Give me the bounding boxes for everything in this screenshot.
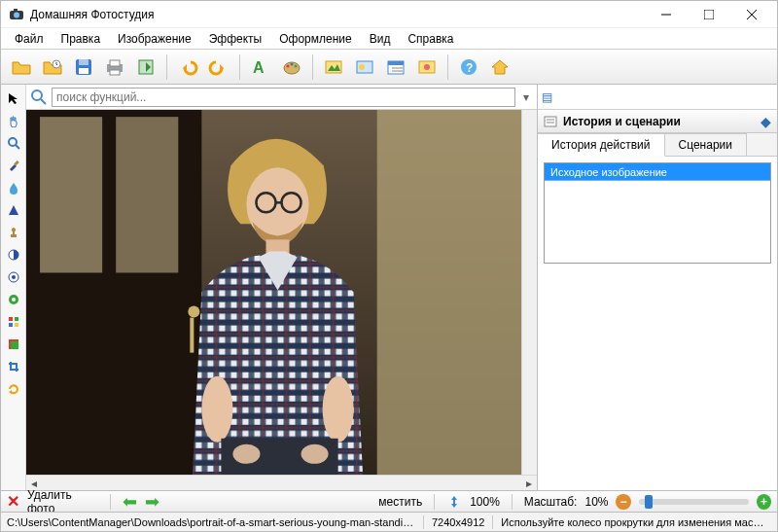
svg-rect-52 — [11, 341, 18, 349]
svg-marker-40 — [9, 205, 18, 215]
svg-rect-28 — [388, 61, 404, 65]
zoom-in-button[interactable]: + — [757, 494, 771, 510]
svg-rect-80 — [545, 117, 556, 126]
window-close-button[interactable] — [730, 2, 773, 27]
zoom-slider[interactable] — [639, 499, 749, 505]
window-titlebar: Домашняя Фотостудия — [1, 1, 777, 28]
history-tabs: История действий Сценарии — [538, 133, 777, 157]
svg-marker-36 — [9, 93, 18, 104]
svg-rect-69 — [377, 110, 521, 475]
separator — [447, 54, 448, 80]
sharp-tool[interactable] — [4, 267, 23, 287]
delete-icon[interactable]: ✕ — [7, 494, 19, 510]
search-input[interactable] — [52, 88, 515, 107]
print-button[interactable] — [100, 53, 129, 82]
svg-rect-2 — [14, 9, 18, 12]
svg-point-37 — [9, 138, 17, 146]
svg-rect-48 — [15, 317, 18, 321]
menubar: Файл Правка Изображение Эффекты Оформлен… — [1, 28, 777, 50]
crop-tool[interactable] — [4, 357, 23, 376]
menu-edit[interactable]: Правка — [53, 30, 109, 48]
teardrop-tool[interactable] — [4, 178, 23, 197]
zoom-out-button[interactable]: − — [616, 494, 630, 510]
svg-rect-49 — [9, 323, 13, 327]
help-button[interactable]: ? — [454, 53, 483, 82]
menu-effects[interactable]: Эффекты — [201, 30, 270, 48]
window-minimize-button[interactable] — [645, 2, 688, 27]
svg-rect-4 — [704, 10, 714, 19]
svg-point-22 — [295, 64, 298, 67]
search-icon — [30, 89, 48, 106]
redo-button[interactable] — [204, 53, 233, 82]
menu-design[interactable]: Оформление — [271, 30, 359, 48]
frame1-button[interactable] — [319, 53, 348, 82]
svg-point-78 — [232, 444, 260, 464]
svg-point-76 — [323, 376, 354, 443]
canvas[interactable] — [26, 110, 521, 475]
svg-text:?: ? — [466, 61, 473, 75]
separator — [166, 54, 167, 80]
svg-marker-35 — [492, 60, 508, 74]
contrast-tool[interactable] — [4, 245, 23, 265]
search-row: ▾ — [26, 85, 537, 110]
vertical-scrollbar[interactable] — [521, 110, 537, 475]
search-dropdown-icon[interactable]: ▾ — [519, 90, 533, 104]
svg-point-44 — [12, 275, 16, 279]
svg-text:A: A — [253, 59, 265, 76]
frame2-button[interactable] — [350, 53, 379, 82]
svg-point-75 — [201, 376, 232, 443]
calendar-button[interactable] — [381, 53, 410, 82]
next-image-button[interactable]: ➡ — [145, 493, 371, 511]
window-maximize-button[interactable] — [688, 2, 730, 27]
svg-rect-13 — [110, 70, 120, 75]
open-button[interactable] — [7, 53, 36, 82]
cmyk-tool[interactable] — [4, 335, 23, 354]
separator — [312, 54, 313, 80]
menu-help[interactable]: Справка — [400, 30, 461, 48]
svg-line-55 — [41, 99, 46, 104]
main-toolbar: A ? — [1, 50, 777, 85]
color-tool[interactable] — [4, 290, 23, 309]
stamp-tool[interactable] — [4, 223, 23, 242]
menu-file[interactable]: Файл — [7, 30, 52, 48]
export-button[interactable] — [131, 53, 160, 82]
svg-rect-65 — [40, 117, 102, 272]
prev-image-button[interactable]: ⬅ — [123, 493, 137, 511]
menu-view[interactable]: Вид — [362, 30, 399, 48]
zoom-tool[interactable] — [4, 133, 23, 153]
svg-point-46 — [12, 298, 16, 301]
hand-tool[interactable] — [4, 111, 23, 130]
open-recent-button[interactable] — [38, 53, 67, 82]
svg-rect-47 — [9, 317, 13, 321]
pin-icon[interactable]: ◆ — [760, 114, 771, 129]
home-button[interactable] — [485, 53, 514, 82]
brush-tool[interactable] — [4, 156, 23, 175]
svg-rect-23 — [326, 61, 341, 73]
blur-tool[interactable] — [4, 200, 23, 220]
undo-button[interactable] — [173, 53, 202, 82]
svg-point-54 — [32, 90, 42, 100]
tab-history[interactable]: История действий — [538, 133, 665, 157]
tab-scenarios[interactable]: Сценарии — [665, 133, 747, 156]
bottom-controls: ✕ Удалить фото ⬅ ➡ местить 100% Масштаб:… — [1, 490, 777, 512]
fit-icon[interactable] — [446, 494, 462, 510]
svg-marker-83 — [451, 496, 457, 508]
svg-rect-41 — [11, 234, 17, 237]
svg-rect-12 — [110, 60, 120, 66]
menu-image[interactable]: Изображение — [110, 30, 199, 48]
panel-toggle-icon[interactable]: ▤ — [542, 90, 552, 104]
pointer-tool[interactable] — [4, 89, 23, 108]
svg-rect-10 — [79, 68, 88, 74]
frame4-button[interactable] — [412, 53, 442, 82]
rotate-tool[interactable] — [4, 379, 23, 399]
save-button[interactable] — [69, 53, 98, 82]
palette-button[interactable] — [277, 53, 306, 82]
fit-label[interactable]: местить — [378, 495, 422, 509]
rgb-tool[interactable] — [4, 312, 23, 332]
svg-point-26 — [359, 64, 365, 70]
fit-percent: 100% — [470, 495, 500, 509]
text-button[interactable]: A — [246, 53, 275, 82]
history-panel-header: История и сценарии ◆ — [538, 110, 777, 133]
history-item[interactable]: Исходное изображение — [545, 163, 770, 181]
scale-label: Масштаб: — [524, 495, 578, 509]
